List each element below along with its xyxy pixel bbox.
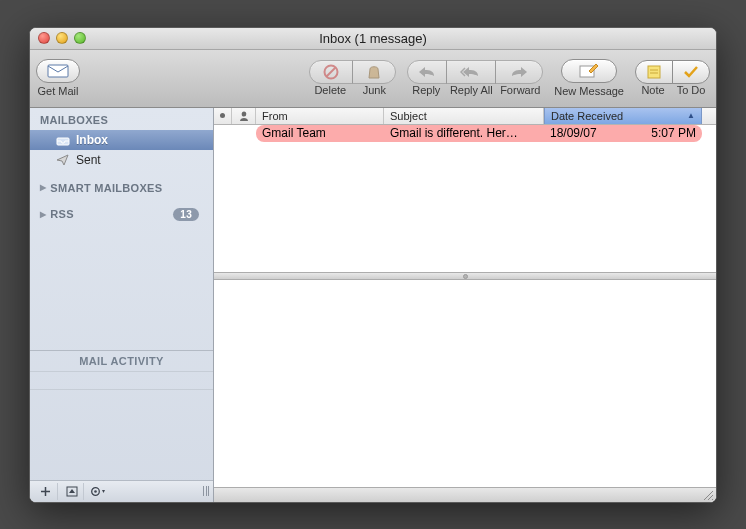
new-message-label: New Message [554,85,624,97]
sidebar-item-sent[interactable]: Sent [30,150,213,170]
get-mail-label: Get Mail [38,85,79,97]
svg-line-2 [326,68,335,77]
preview-pane [214,280,716,487]
sidebar-item-label: Sent [76,153,101,167]
disclosure-triangle-icon: ▶ [40,210,46,219]
sidebar: MAILBOXES Inbox Sent ▶ SMART MAILBOXES [30,108,214,502]
activity-icon [66,486,78,497]
buddy-icon [238,110,250,122]
no-entry-icon [323,64,339,80]
column-buddy[interactable] [232,108,256,124]
toolbar: Get Mail Delete Junk [30,50,716,108]
envelope-icon [47,64,69,78]
svg-rect-0 [48,65,68,77]
splitter-dimple-icon [463,274,468,279]
mailboxes-header[interactable]: MAILBOXES [30,108,213,130]
content-area: MAILBOXES Inbox Sent ▶ SMART MAILBOXES [30,108,716,502]
svg-point-12 [241,111,246,116]
message-date: 18/09/07 5:07 PM [544,125,702,142]
forward-button[interactable] [495,60,543,84]
svg-point-11 [220,113,225,118]
column-date-received[interactable]: Date Received ▲ [544,108,702,124]
mail-window: Inbox (1 message) Get Mail Delete Junk [29,27,717,503]
checkmark-icon [683,65,699,79]
message-area: From Subject Date Received ▲ Gmail Team … [214,108,716,502]
reply-all-arrow-icon [460,66,482,78]
reply-button[interactable] [407,60,447,84]
reply-all-button[interactable] [446,60,496,84]
column-from[interactable]: From [256,108,384,124]
mail-activity-panel: MAIL ACTIVITY [30,350,213,480]
resize-grip[interactable] [703,490,714,501]
delete-button[interactable] [309,60,353,84]
reply-all-label: Reply All [446,84,496,96]
reply-arrow-icon [418,66,436,78]
svg-rect-4 [648,66,660,78]
sidebar-item-inbox[interactable]: Inbox [30,130,213,150]
note-label: Note [634,84,672,96]
forward-arrow-icon [510,66,528,78]
dot-icon [219,112,226,119]
new-message-button[interactable] [561,59,617,83]
message-subject: Gmail is different. Her… [384,125,544,142]
column-subject[interactable]: Subject [384,108,544,124]
titlebar[interactable]: Inbox (1 message) [30,28,716,50]
paper-plane-icon [56,153,70,167]
forward-label: Forward [496,84,544,96]
message-list[interactable]: Gmail Team Gmail is different. Her… 18/0… [214,125,716,273]
sidebar-item-label: Inbox [76,133,108,147]
mail-activity-header: MAIL ACTIVITY [30,351,213,371]
bag-icon [366,64,382,80]
disclosure-triangle-icon: ▶ [40,183,46,192]
todo-label: To Do [672,84,710,96]
note-button[interactable] [635,60,673,84]
reply-label: Reply [406,84,446,96]
smart-mailboxes-header[interactable]: ▶ SMART MAILBOXES [30,170,213,198]
show-activity-button[interactable] [60,483,84,500]
delete-label: Delete [308,84,352,96]
rss-badge: 13 [173,208,199,221]
gear-icon [90,486,106,497]
junk-label: Junk [352,84,396,96]
svg-point-10 [94,490,97,493]
add-button[interactable] [34,483,58,500]
column-headers: From Subject Date Received ▲ [214,108,716,125]
plus-icon [40,486,51,497]
column-scrollbar-spacer [702,108,716,124]
sidebar-resize-grip[interactable] [203,486,209,496]
message-row[interactable]: Gmail Team Gmail is different. Her… 18/0… [214,125,716,142]
sidebar-footer [30,480,213,502]
window-title: Inbox (1 message) [30,31,716,46]
column-status[interactable] [214,108,232,124]
todo-button[interactable] [672,60,710,84]
get-mail-button[interactable] [36,59,80,83]
action-menu-button[interactable] [86,483,110,500]
rss-header[interactable]: ▶ RSS 13 [30,198,213,225]
junk-button[interactable] [352,60,396,84]
compose-icon [579,63,599,79]
inbox-icon [56,133,70,147]
message-from: Gmail Team [256,125,384,142]
note-icon [647,65,661,79]
pane-splitter[interactable] [214,272,716,280]
sort-ascending-icon: ▲ [687,111,695,120]
status-bar [214,487,716,502]
